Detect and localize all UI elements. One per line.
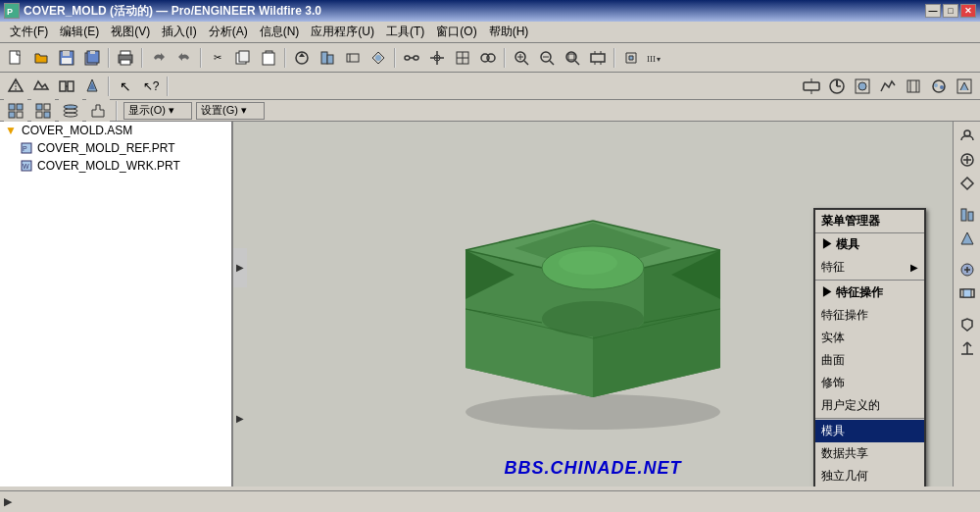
menu-help[interactable]: 帮助(H) bbox=[483, 22, 535, 42]
sketch-btn[interactable] bbox=[4, 75, 27, 98]
menu-item-mold-header[interactable]: ▶ 模具 bbox=[815, 233, 924, 256]
icon-list[interactable] bbox=[31, 99, 55, 123]
feature-btn3[interactable] bbox=[341, 46, 365, 70]
rt-btn7[interactable] bbox=[956, 282, 978, 304]
print-button[interactable] bbox=[114, 46, 137, 70]
tb2-right-btn6[interactable] bbox=[927, 75, 951, 98]
new-button[interactable] bbox=[4, 46, 27, 70]
rt-btn9[interactable] bbox=[956, 337, 978, 359]
svg-rect-76 bbox=[9, 112, 15, 118]
menu-item-mold-label: ▶ 模具 bbox=[821, 236, 859, 253]
menu-item-features[interactable]: 特征 ▶ bbox=[815, 256, 924, 279]
icon-prop[interactable] bbox=[86, 99, 110, 123]
svg-rect-81 bbox=[44, 112, 50, 118]
menu-insert[interactable]: 插入(I) bbox=[156, 22, 202, 42]
btn5[interactable] bbox=[451, 46, 474, 70]
rt-btn3[interactable] bbox=[956, 173, 978, 194]
svg-rect-15 bbox=[263, 53, 274, 65]
menu-info[interactable]: 信息(N) bbox=[254, 22, 306, 42]
refit-button[interactable] bbox=[619, 46, 643, 70]
svg-marker-116 bbox=[961, 232, 973, 244]
svg-rect-61 bbox=[804, 82, 819, 90]
cursor-btn[interactable]: ↖ bbox=[114, 75, 137, 98]
feature-regenerate[interactable] bbox=[290, 46, 314, 70]
menu-item-indgeo[interactable]: 独立几何 bbox=[815, 465, 924, 486]
menu-item-userdef[interactable]: 用户定义的 bbox=[815, 394, 924, 417]
sketch-btn4[interactable] bbox=[80, 75, 104, 98]
svg-marker-51 bbox=[629, 56, 633, 60]
minimize-button[interactable]: — bbox=[925, 4, 941, 18]
undo-button[interactable] bbox=[147, 46, 171, 70]
maximize-button[interactable]: □ bbox=[943, 4, 958, 18]
menu-analysis[interactable]: 分析(A) bbox=[203, 22, 254, 42]
display-dropdown[interactable]: 显示(O) ▾ bbox=[123, 102, 192, 120]
rt-btn8[interactable] bbox=[956, 314, 978, 335]
menu-item-mold2[interactable]: 模具 bbox=[815, 420, 924, 442]
left-panel: ▼ COVER_MOLD.ASM P COVER_MOLD_REF.PRT W … bbox=[0, 122, 233, 486]
menu-window[interactable]: 窗口(O) bbox=[430, 22, 482, 42]
copy-button[interactable] bbox=[231, 46, 255, 70]
tb2-right-btn2[interactable] bbox=[825, 75, 849, 98]
svg-marker-17 bbox=[299, 53, 305, 57]
svg-point-104 bbox=[559, 251, 617, 275]
close-button[interactable]: ✕ bbox=[960, 4, 976, 18]
rt-btn1[interactable] bbox=[956, 126, 978, 147]
svg-rect-115 bbox=[968, 212, 973, 221]
svg-marker-113 bbox=[961, 178, 973, 189]
rt-btn2[interactable] bbox=[956, 149, 978, 171]
tb2-right-btn5[interactable] bbox=[902, 75, 925, 98]
sketch-btn3[interactable] bbox=[55, 75, 78, 98]
save-button[interactable] bbox=[55, 46, 78, 70]
status-text: ▶ bbox=[4, 495, 12, 508]
tb2-right-btn1[interactable] bbox=[800, 75, 823, 98]
menu-tools[interactable]: 工具(T) bbox=[380, 22, 430, 42]
icon-grid[interactable] bbox=[4, 99, 27, 123]
svg-point-23 bbox=[375, 55, 381, 61]
menu-applications[interactable]: 应用程序(U) bbox=[305, 22, 380, 42]
btn-chain[interactable] bbox=[400, 46, 423, 70]
menu-file[interactable]: 文件(F) bbox=[4, 22, 54, 42]
cut-button[interactable]: ✂ bbox=[206, 46, 229, 70]
menu-item-featops[interactable]: 特征操作 bbox=[815, 304, 924, 327]
paste-button[interactable] bbox=[257, 46, 280, 70]
svg-rect-67 bbox=[907, 80, 919, 92]
window-title: COVER_MOLD (活动的) — Pro/ENGINEER Wildfire… bbox=[24, 3, 321, 20]
zoom-fit[interactable] bbox=[586, 46, 610, 70]
btn6[interactable] bbox=[476, 46, 500, 70]
menu-item-solid[interactable]: 实体 bbox=[815, 327, 924, 349]
btn-datum[interactable] bbox=[425, 46, 449, 70]
tree-item-wrk[interactable]: W COVER_MOLD_WRK.PRT bbox=[0, 157, 231, 175]
tb2-right-btn3[interactable] bbox=[851, 75, 874, 98]
menu-item-decoration[interactable]: 修饰 bbox=[815, 372, 924, 394]
svg-text:▾: ▾ bbox=[657, 54, 661, 63]
menu-item-surface[interactable]: 曲面 bbox=[815, 349, 924, 372]
zoom-out[interactable] bbox=[535, 46, 559, 70]
view-orient[interactable]: III▾ bbox=[645, 46, 668, 70]
settings-dropdown[interactable]: 设置(G) ▾ bbox=[196, 102, 265, 120]
svg-rect-57 bbox=[68, 81, 74, 91]
feature-btn4[interactable] bbox=[367, 46, 390, 70]
redo-button[interactable] bbox=[172, 46, 196, 70]
menu-view[interactable]: 视图(V) bbox=[105, 22, 156, 42]
svg-rect-25 bbox=[414, 56, 418, 60]
rt-btn4[interactable] bbox=[956, 204, 978, 226]
icon-layer[interactable] bbox=[59, 99, 82, 123]
menu-edit[interactable]: 编辑(E) bbox=[54, 22, 105, 42]
tree-item-ref[interactable]: P COVER_MOLD_REF.PRT bbox=[0, 139, 231, 157]
context-menu[interactable]: 菜单管理器 ▶ 模具 特征 ▶ ▶ 特征操作 特征操作 实体 bbox=[813, 208, 926, 486]
svg-rect-13 bbox=[239, 51, 249, 62]
save-copy-button[interactable] bbox=[80, 46, 104, 70]
zoom-frame[interactable] bbox=[561, 46, 584, 70]
sketch-btn2[interactable] bbox=[29, 75, 53, 98]
menu-item-datashare[interactable]: 数据共享 bbox=[815, 442, 924, 465]
help-cursor[interactable]: ↖? bbox=[139, 75, 163, 98]
tree-item-asm[interactable]: ▼ COVER_MOLD.ASM bbox=[0, 122, 231, 139]
open-button[interactable] bbox=[29, 46, 53, 70]
rt-btn6[interactable] bbox=[956, 259, 978, 281]
zoom-in[interactable] bbox=[510, 46, 533, 70]
tb2-right-btn4[interactable] bbox=[876, 75, 900, 98]
feature-btn2[interactable] bbox=[316, 46, 339, 70]
tb2-right-btn7[interactable] bbox=[953, 75, 976, 98]
svg-rect-121 bbox=[963, 289, 971, 297]
rt-btn5[interactable] bbox=[956, 228, 978, 249]
